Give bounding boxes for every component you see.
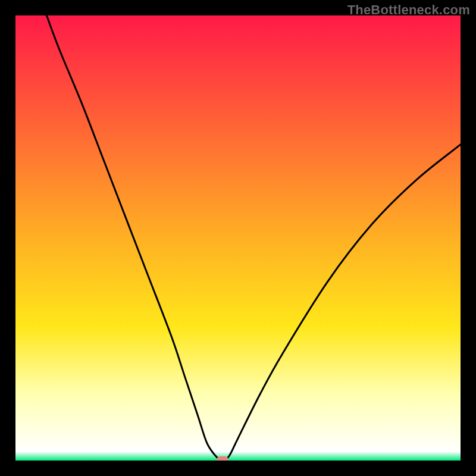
marker-pill — [217, 456, 228, 461]
minimum-marker — [216, 456, 229, 461]
bottleneck-curve — [15, 15, 461, 461]
watermark-text: TheBottleneck.com — [347, 2, 470, 18]
plot-area — [15, 15, 461, 461]
chart-frame: TheBottleneck.com — [0, 0, 476, 476]
curve-path — [46, 15, 461, 461]
